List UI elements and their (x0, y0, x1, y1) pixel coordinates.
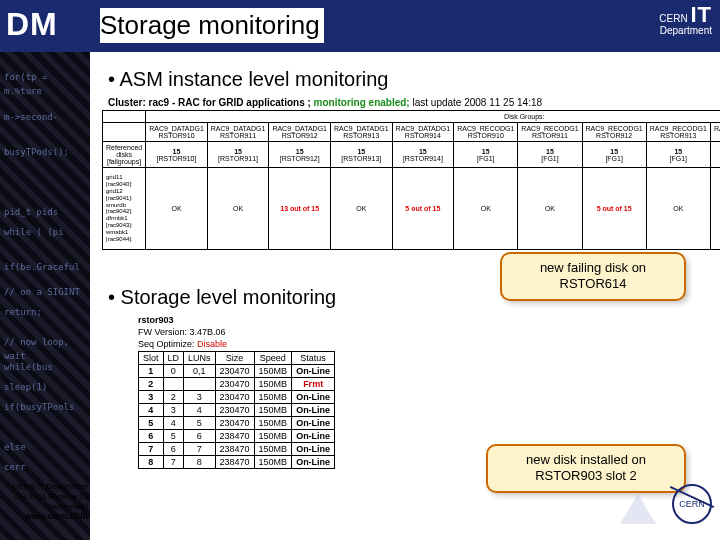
asm-ref-cell: 15[FG1] (582, 142, 646, 168)
asm-ref-cell: 15[RSTOR910] (146, 142, 208, 168)
asm-ref-cell: 15[FG1] (646, 142, 710, 168)
footer-l2: CH-1211 Genève 23 (15, 492, 88, 501)
rstor-row: 656238470150MBOn-Line (139, 429, 335, 442)
asm-col-header: RAC9_RECODG1RSTOR913 (646, 123, 710, 142)
callout2-line1: new disk installed on (526, 452, 646, 467)
left-code-strip: for(tp = m.%ture m->second- busyTPods();… (0, 0, 90, 540)
asm-status-cell: OK (207, 168, 269, 250)
cluster-prefix: Cluster: rac9 - RAC for GRID application… (108, 97, 311, 108)
rstor-col-header: LD (163, 351, 184, 364)
rstor-cell: 238470 (215, 455, 254, 468)
asm-col-header: RAC9_DATADG1RSTOR910 (146, 123, 208, 142)
rstor-cell: 150MB (254, 416, 292, 429)
asm-col-header: RAC9_RECODG1RSTOR912 (582, 123, 646, 142)
rstor-cell: 238470 (215, 442, 254, 455)
rstor-cell: 7 (184, 442, 216, 455)
rstor-cell: 8 (184, 455, 216, 468)
rstor-cell: 238470 (215, 429, 254, 442)
asm-status-cell: OK (146, 168, 208, 250)
callout1-line1: new failing disk on (540, 260, 646, 275)
rstor-cell (163, 377, 184, 390)
cern-logo-icon: CERN (672, 484, 712, 524)
asm-col-header: RAC9_DATADG1RSTOR911 (207, 123, 269, 142)
rstor-cell (184, 377, 216, 390)
rstor-cell: 150MB (254, 442, 292, 455)
rstor-col-header: Size (215, 351, 254, 364)
rstor-name-text: rstor903 (138, 315, 174, 325)
rstor-col-header: Status (292, 351, 335, 364)
cluster-enabled: monitoring enabled; (314, 97, 410, 108)
callout1-line2: RSTOR614 (560, 276, 627, 291)
asm-status-cell: 5 out of 15 (392, 168, 454, 250)
rstor-cell: 150MB (254, 364, 292, 377)
rstor-cell: 5 (163, 429, 184, 442)
rstor-name: rstor903 (138, 315, 710, 325)
rstor-row: 545230470150MBOn-Line (139, 416, 335, 429)
rstor-col-header: LUNs (184, 351, 216, 364)
asm-table: Disk Groups: RAC9_DATADG1RSTOR910RAC9_DA… (102, 110, 720, 250)
asm-status-cell: 13 out of 15 (269, 168, 331, 250)
asm-ref-cell: 15[FG1] (710, 142, 720, 168)
rstor-col-header: Speed (254, 351, 292, 364)
rstor-table: SlotLDLUNsSizeSpeedStatus 100,1230470150… (138, 351, 335, 469)
rstor-cell: 230470 (215, 364, 254, 377)
cluster-caption: Cluster: rac9 - RAC for GRID application… (108, 97, 710, 108)
rstor-cell: 2 (163, 390, 184, 403)
asm-col-header: RAC9_DATADG1RSTOR913 (330, 123, 392, 142)
asm-status-cell: 5 out of 15 (582, 168, 646, 250)
rstor-cell: 150MB (254, 403, 292, 416)
rstor-cell: On-Line (292, 390, 335, 403)
rstor-cell: 4 (184, 403, 216, 416)
rstor-row: 323230470150MBOn-Line (139, 390, 335, 403)
cell (103, 123, 146, 142)
rstor-cell: 7 (163, 455, 184, 468)
cern-it-logo: CERN IT Department (659, 4, 712, 36)
rstor-cell: On-Line (292, 364, 335, 377)
rstor-cell: 8 (139, 455, 164, 468)
rstor-cell: 150MB (254, 390, 292, 403)
asm-status-cell: OK (454, 168, 518, 250)
rstor-row: 100,1230470150MBOn-Line (139, 364, 335, 377)
rstor-seq: Seq Optimize: Disable (138, 339, 710, 349)
rstor-cell: 2 (139, 377, 164, 390)
rstor-cell: 230470 (215, 416, 254, 429)
fw-label: FW Version: (138, 327, 187, 337)
slide-title: Storage monitoring (100, 8, 324, 43)
rstor-cell: 1 (139, 364, 164, 377)
cell (103, 111, 146, 123)
asm-col-header: RAC9_RECODG1RSTOR910 (454, 123, 518, 142)
rstor-cell: 150MB (254, 455, 292, 468)
org-small: CERN (659, 13, 687, 24)
asm-ref-cell: 15[RSTOR911] (207, 142, 269, 168)
rstor-cell: On-Line (292, 403, 335, 416)
asm-col-header: RAC9_RECODG1RSTOR911 (518, 123, 582, 142)
seq-label: Seq Optimize: (138, 339, 195, 349)
asm-ref-cell: 15[RSTOR913] (330, 142, 392, 168)
rstor-row: 878238470150MBOn-Line (139, 455, 335, 468)
rstor-cell: 5 (139, 416, 164, 429)
rstor-cell: On-Line (292, 455, 335, 468)
asm-status-cell: OK (646, 168, 710, 250)
row-ref-label: Referenced disks [failgroups] (103, 142, 146, 168)
triangle-decor (620, 494, 656, 524)
rstor-cell: Frmt (292, 377, 335, 390)
asm-ref-cell: 15[RSTOR912] (269, 142, 331, 168)
rstor-cell: 3 (139, 390, 164, 403)
rstor-cell: 3 (184, 390, 216, 403)
rstor-cell: On-Line (292, 429, 335, 442)
footer-address: CERN IT Department CH-1211 Genève 23 Swi… (2, 482, 88, 522)
callout2-line2: RSTOR903 slot 2 (535, 468, 637, 483)
asm-ref-cell: 15[RSTOR914] (392, 142, 454, 168)
rstor-fw: FW Version: 3.47B.06 (138, 327, 710, 337)
footer-l3: Switzerland (47, 502, 88, 511)
rstor-cell: 230470 (215, 377, 254, 390)
disk-groups-title: Disk Groups: (146, 111, 720, 123)
callout-new-disk: new disk installed on RSTOR903 slot 2 (486, 444, 686, 493)
rstor-cell: 4 (163, 416, 184, 429)
slide-body: ASM instance level monitoring Cluster: r… (90, 60, 710, 530)
org-big: IT (690, 2, 712, 27)
asm-status-cell: OK (710, 168, 720, 250)
seq-val: Disable (197, 339, 227, 349)
inst-list: grid11 [rac9040]: grid12 [rac9041]: smur… (103, 168, 146, 250)
asm-col-header: RAC9_RECODG1RSTOR914 (710, 123, 720, 142)
